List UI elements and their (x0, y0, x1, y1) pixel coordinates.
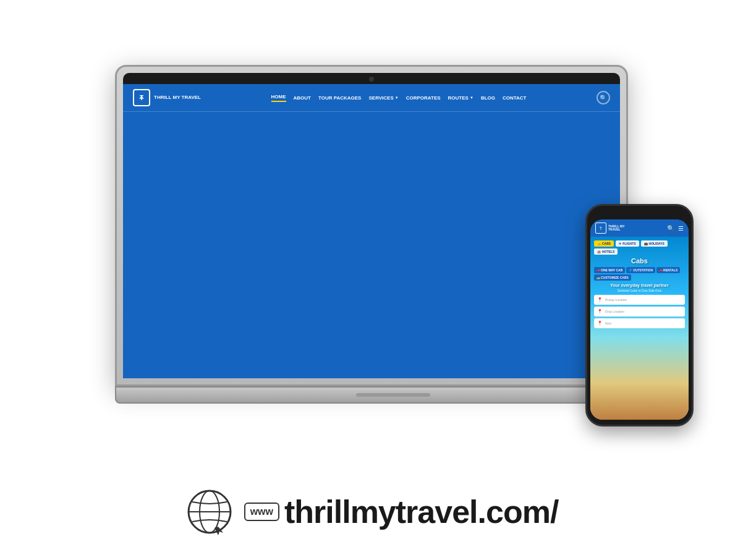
nav-services[interactable]: SERVICES ▼ (368, 95, 398, 101)
phone-svc-oneway[interactable]: 🚗 ONE WAY CAB (594, 267, 625, 273)
phone-svc-rentals[interactable]: 🚗 RENTALS (656, 267, 680, 273)
phone-hero: 🚕 CABS ✈ FLIGHTS 💼 HOLIDAYS (590, 237, 689, 420)
search-button[interactable]: 🔍 (597, 91, 610, 104)
phone-logo: T THRILL MYTRAVEL (595, 223, 625, 234)
page-wrapper: T THRILL MY TRAVEL HOME ABOUT TOUR PACKA… (0, 0, 743, 560)
url-text[interactable]: thrillmytravel.com/ (284, 493, 558, 530)
logo-text: THRILL MY TRAVEL (154, 95, 201, 101)
phone-pickup-pin: 📍 (597, 297, 603, 302)
phone-customize-icon: 🚕 (597, 276, 600, 279)
logo-icon: T (133, 89, 150, 106)
phone-tab-flights[interactable]: ✈ FLIGHTS (616, 240, 639, 247)
nav-routes[interactable]: ROUTES ▼ (448, 95, 473, 101)
phone-cab-icon: 🚕 (597, 242, 601, 245)
phone-holiday-icon: 💼 (644, 242, 648, 245)
phone-hotel-icon: 🏨 (597, 250, 601, 253)
phone-outer: T THRILL MYTRAVEL 🔍 ☰ (585, 204, 694, 426)
phone-time-text: Now (605, 321, 611, 325)
chevron-down-icon: ▼ (470, 96, 473, 100)
phone-nav: T THRILL MYTRAVEL 🔍 ☰ (590, 219, 689, 237)
nav-logo: T THRILL MY TRAVEL (133, 89, 201, 106)
phone-rental-icon: 🚗 (659, 268, 663, 272)
phone-luggage-icon: 🧳 (629, 268, 632, 272)
phone-svc-customize[interactable]: 🚕 CUSTOMIZE CABS (594, 274, 631, 281)
laptop-camera (369, 77, 374, 82)
phone-screen: T THRILL MYTRAVEL 🔍 ☰ (590, 219, 689, 420)
phone-tab-hotels[interactable]: 🏨 HOTELS (594, 248, 618, 255)
nav-links: HOME ABOUT TOUR PACKAGES SERVICES ▼ CORP… (271, 94, 527, 102)
phone-car-icon: 🚗 (597, 268, 600, 272)
url-section: www thrillmytravel.com/ (185, 464, 559, 560)
laptop-bezel: T THRILL MY TRAVEL HOME ABOUT TOUR PACKA… (123, 73, 620, 378)
phone-logo-icon: T (595, 223, 606, 234)
mockup-area: T THRILL MY TRAVEL HOME ABOUT TOUR PACKA… (0, 0, 743, 464)
phone-drop-text: Drop Location (605, 310, 624, 313)
nav-about[interactable]: ABOUT (294, 95, 311, 101)
phone-tab-holidays[interactable]: 💼 HOLIDAYS (641, 240, 668, 247)
phone-tabs: 🚕 CABS ✈ FLIGHTS 💼 HOLIDAYS (594, 240, 685, 255)
nav-tour[interactable]: TOUR PACKAGES (318, 95, 362, 101)
phone-pickup-row: 📍 Pickup Location (594, 295, 685, 305)
laptop-outer: T THRILL MY TRAVEL HOME ABOUT TOUR PACKA… (115, 65, 628, 386)
phone-partner-text: Your everyday travel partner (594, 283, 685, 287)
phone-mockup: T THRILL MYTRAVEL 🔍 ☰ (585, 204, 694, 426)
globe-icon-wrapper (185, 487, 234, 537)
phone-nav-icons: 🔍 ☰ (667, 225, 684, 232)
nav-home[interactable]: HOME (271, 94, 286, 102)
phone-service-tabs: 🚗 ONE WAY CAB 🧳 OUTSTATION 🚗 RENTALS (594, 267, 685, 281)
www-badge: www (244, 503, 279, 521)
laptop-screen: T THRILL MY TRAVEL HOME ABOUT TOUR PACKA… (123, 84, 620, 378)
website-nav: T THRILL MY TRAVEL HOME ABOUT TOUR PACKA… (123, 84, 620, 112)
phone-svc-outstation[interactable]: 🧳 OUTSTATION (626, 267, 655, 273)
globe-icon (185, 487, 234, 537)
chevron-down-icon: ▼ (395, 96, 399, 100)
phone-partner-sub: Santized Cabs In One Side Kms (594, 289, 685, 292)
phone-menu-icon[interactable]: ☰ (678, 225, 684, 232)
laptop-mockup: T THRILL MY TRAVEL HOME ABOUT TOUR PACKA… (115, 65, 628, 411)
phone-time-pin: 📍 (597, 321, 603, 326)
nav-blog[interactable]: BLOG (481, 95, 495, 101)
phone-flight-icon: ✈ (619, 242, 621, 245)
phone-pickup-text: Pickup Location (605, 298, 627, 302)
phone-tab-cabs[interactable]: 🚕 CABS (594, 240, 614, 247)
nav-corporates[interactable]: CORPORATES (406, 95, 441, 101)
search-icon: 🔍 (600, 95, 607, 101)
phone-cabs-title: Cabs (594, 257, 685, 265)
phone-drop-row: 📍 Drop Location (594, 307, 685, 316)
phone-search-icon[interactable]: 🔍 (667, 225, 674, 232)
phone-drop-pin: 📍 (597, 309, 603, 314)
phone-notch (624, 211, 655, 217)
phone-time-row: 📍 Now (594, 318, 685, 328)
phone-logo-text: THRILL MYTRAVEL (608, 225, 625, 232)
url-text-group: www thrillmytravel.com/ (244, 493, 559, 530)
nav-contact[interactable]: CONTACT (503, 95, 527, 101)
